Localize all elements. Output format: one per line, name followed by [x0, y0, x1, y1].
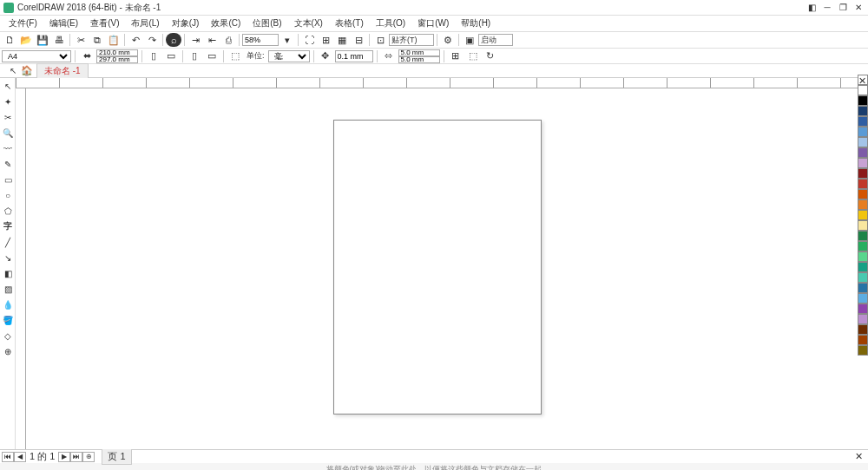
- color-swatch-23[interactable]: [858, 324, 868, 335]
- color-swatch-6[interactable]: [858, 147, 868, 158]
- color-swatch-7[interactable]: [858, 158, 868, 168]
- color-swatch-2[interactable]: [858, 106, 868, 116]
- text-tool[interactable]: 字: [0, 219, 16, 234]
- pick-tool-icon[interactable]: ↖: [5, 63, 21, 79]
- shape-tool[interactable]: ✦: [0, 94, 16, 109]
- redo-icon[interactable]: ↷: [144, 33, 160, 47]
- export-icon[interactable]: ⇤: [204, 33, 220, 47]
- current-page-icon[interactable]: ▭: [204, 49, 220, 63]
- dup-y-input[interactable]: [398, 56, 440, 63]
- no-color-swatch[interactable]: ✕: [858, 75, 868, 85]
- polygon-tool[interactable]: ⬠: [0, 203, 16, 219]
- guides-icon[interactable]: ⊟: [351, 33, 366, 47]
- color-swatch-15[interactable]: [858, 241, 868, 251]
- zoom-tool[interactable]: 🔍: [0, 125, 16, 140]
- parallel-dim-tool[interactable]: ╱: [0, 234, 16, 250]
- relative-icon[interactable]: ⬚: [465, 49, 481, 63]
- page-last-icon[interactable]: ⏭: [70, 452, 82, 462]
- print-icon[interactable]: 🖶: [51, 33, 67, 47]
- color-swatch-21[interactable]: [858, 304, 868, 314]
- color-swatch-12[interactable]: [858, 210, 868, 220]
- color-swatch-3[interactable]: [858, 116, 868, 127]
- page-next-icon[interactable]: ▶: [58, 452, 70, 462]
- page-prev-icon[interactable]: ◀: [14, 452, 26, 462]
- eyedropper-tool[interactable]: 💧: [0, 297, 16, 312]
- dup-x-input[interactable]: [398, 49, 440, 56]
- color-swatch-10[interactable]: [858, 189, 868, 199]
- rulers-icon[interactable]: ⊞: [318, 33, 333, 47]
- paste-icon[interactable]: 📋: [106, 33, 122, 47]
- color-swatch-1[interactable]: [858, 95, 868, 106]
- menu-edit[interactable]: 编辑(E): [44, 16, 83, 30]
- menu-object[interactable]: 对象(J): [167, 16, 205, 30]
- color-swatch-22[interactable]: [858, 314, 868, 324]
- publish-icon[interactable]: ⎙: [220, 33, 236, 47]
- ellipse-tool[interactable]: ○: [0, 187, 16, 203]
- all-pages-icon[interactable]: ▯: [187, 49, 202, 63]
- close-button[interactable]: ✕: [852, 2, 865, 14]
- app-launcher-icon[interactable]: ▣: [462, 33, 477, 47]
- color-swatch-0[interactable]: [858, 85, 868, 95]
- artistic-media-tool[interactable]: ✎: [0, 156, 16, 172]
- new-icon[interactable]: 🗋: [2, 33, 17, 47]
- color-swatch-24[interactable]: [858, 335, 868, 345]
- color-swatch-11[interactable]: [858, 199, 868, 210]
- page-tab[interactable]: 页 1: [102, 448, 131, 465]
- page-width-input[interactable]: [96, 49, 138, 56]
- paper-size-dropdown[interactable]: A4: [2, 50, 71, 62]
- import-icon[interactable]: ⇥: [187, 33, 203, 47]
- drop-shadow-tool[interactable]: ◧: [0, 265, 16, 281]
- options-icon[interactable]: ⚙: [440, 33, 456, 47]
- connector-tool[interactable]: ↘: [0, 250, 16, 265]
- menu-table[interactable]: 表格(T): [330, 16, 369, 30]
- grid-icon[interactable]: ▦: [334, 33, 350, 47]
- unit-dropdown[interactable]: 毫米: [268, 50, 310, 62]
- menu-bitmap[interactable]: 位图(B): [247, 16, 286, 30]
- page-add-icon[interactable]: ⊕: [82, 452, 95, 462]
- cut-icon[interactable]: ✂: [73, 33, 89, 47]
- horizontal-ruler[interactable]: [16, 78, 858, 88]
- page-first-icon[interactable]: ⏮: [2, 452, 14, 462]
- color-swatch-14[interactable]: [858, 231, 868, 241]
- color-swatch-4[interactable]: [858, 127, 868, 137]
- color-swatch-18[interactable]: [858, 272, 868, 283]
- color-swatch-5[interactable]: [858, 137, 868, 147]
- landscape-icon[interactable]: ▭: [163, 49, 179, 63]
- menu-text[interactable]: 文本(X): [289, 16, 328, 30]
- crop-tool[interactable]: ✂: [0, 109, 16, 125]
- color-swatch-19[interactable]: [858, 283, 868, 293]
- save-icon[interactable]: 💾: [35, 33, 50, 47]
- color-swatch-13[interactable]: [858, 220, 868, 231]
- undo-icon[interactable]: ↶: [128, 33, 143, 47]
- freehand-tool[interactable]: 〰: [0, 140, 16, 156]
- minimize-button[interactable]: ─: [821, 2, 833, 14]
- color-swatch-17[interactable]: [858, 262, 868, 272]
- rectangle-tool[interactable]: ▭: [0, 172, 16, 187]
- home-icon[interactable]: 🏠: [21, 65, 33, 77]
- zoom-dropdown-icon[interactable]: ▾: [279, 33, 295, 47]
- page-1[interactable]: [333, 120, 542, 415]
- snap-icon[interactable]: ⊡: [372, 33, 388, 47]
- snap-dropdown[interactable]: 贴齐(T): [389, 34, 434, 46]
- quick-access-icon[interactable]: ◧: [806, 2, 818, 14]
- color-swatch-16[interactable]: [858, 251, 868, 262]
- outline-tool[interactable]: ◇: [0, 328, 16, 343]
- menu-file[interactable]: 文件(F): [3, 16, 43, 30]
- launch-dropdown[interactable]: 启动: [478, 34, 513, 46]
- menu-tools[interactable]: 工具(O): [371, 16, 411, 30]
- copy-icon[interactable]: ⧉: [89, 33, 105, 47]
- menu-effects[interactable]: 效果(C): [206, 16, 246, 30]
- page-height-input[interactable]: [96, 56, 138, 63]
- vertical-ruler[interactable]: [16, 88, 26, 449]
- close-palette-icon[interactable]: ✕: [851, 450, 866, 464]
- pick-tool[interactable]: ↖: [0, 78, 16, 94]
- menu-window[interactable]: 窗口(W): [412, 16, 454, 30]
- zoom-input[interactable]: [242, 34, 279, 46]
- color-swatch-9[interactable]: [858, 179, 868, 189]
- menu-view[interactable]: 查看(V): [85, 16, 124, 30]
- open-icon[interactable]: 📂: [18, 33, 34, 47]
- expand-icon[interactable]: ⊕: [0, 343, 16, 359]
- color-swatch-8[interactable]: [858, 168, 868, 179]
- search-icon[interactable]: ⌕: [166, 33, 181, 47]
- menu-help[interactable]: 帮助(H): [456, 16, 496, 30]
